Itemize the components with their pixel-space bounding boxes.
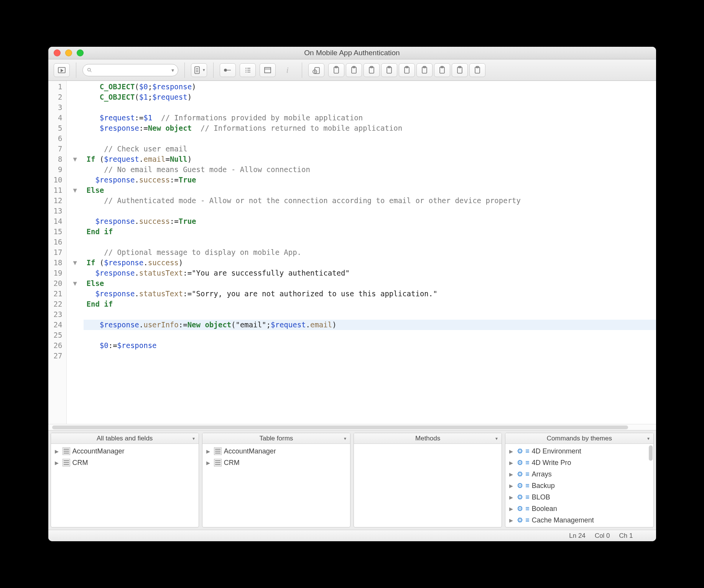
clipboard-slot[interactable] xyxy=(346,63,362,77)
tree-item-label: Cache Management xyxy=(532,516,594,524)
code-line[interactable]: $response.userInfo:=New object("email";$… xyxy=(84,320,656,330)
minimize-button[interactable] xyxy=(65,49,72,56)
tree-item[interactable]: ▶AccountManager xyxy=(205,445,348,457)
code-line[interactable]: $response.success:=True xyxy=(84,216,656,227)
chevron-down-icon[interactable]: ▾ xyxy=(171,67,174,73)
panel-body: ▶AccountManager▶CRM xyxy=(51,444,199,527)
clipboard-slot[interactable] xyxy=(469,63,485,77)
tree-item-label: 4D Write Pro xyxy=(532,459,571,467)
info-button[interactable]: i xyxy=(280,63,296,77)
code-line[interactable]: Else xyxy=(84,278,656,289)
tree-item-label: AccountManager xyxy=(72,447,125,455)
clipboard-slot[interactable] xyxy=(381,63,397,77)
tree-item[interactable]: ▶CRM xyxy=(53,457,196,468)
zoom-button[interactable] xyxy=(77,49,84,56)
disclosure-icon[interactable]: ▶ xyxy=(509,517,515,523)
scroll-thumb[interactable] xyxy=(52,425,628,429)
code-line[interactable]: // Authenticated mode - Allow or not the… xyxy=(84,195,656,206)
vertical-scrollbar[interactable] xyxy=(649,445,653,461)
search-input[interactable] xyxy=(95,67,168,73)
code-line[interactable]: C_OBJECT($1;$request) xyxy=(84,92,656,102)
chevron-down-icon[interactable]: ▾ xyxy=(647,436,650,441)
code-line[interactable] xyxy=(84,133,656,144)
panel-p4: Commands by themes▾▶⚙≡4D Environment▶⚙≡4… xyxy=(505,433,653,527)
macros-button[interactable]: ▾ xyxy=(191,63,207,77)
list-icon: ≡ xyxy=(525,447,530,455)
code-line[interactable]: End if xyxy=(84,299,656,309)
panel-p3: Methods▾ xyxy=(354,433,502,527)
code-line[interactable]: $0:=$response xyxy=(84,340,656,351)
code-line[interactable]: // No email means Guest mode - Allow con… xyxy=(84,164,656,175)
expand-button[interactable] xyxy=(220,63,236,77)
gear-icon: ⚙ xyxy=(517,447,523,455)
clipboard-slot[interactable] xyxy=(434,63,450,77)
code-line[interactable]: // Check user email xyxy=(84,144,656,154)
window-button[interactable] xyxy=(260,63,276,77)
table-icon xyxy=(214,447,222,455)
tree-item[interactable]: ▶⚙≡Backup xyxy=(508,480,651,491)
svg-rect-5 xyxy=(315,67,319,74)
clipboard-icon xyxy=(367,66,376,75)
search-field[interactable]: ▾ xyxy=(82,64,178,76)
code-line[interactable]: End if xyxy=(84,227,656,237)
panel-header[interactable]: Commands by themes▾ xyxy=(505,433,653,444)
code-line[interactable] xyxy=(84,351,656,361)
code-line[interactable]: If ($response.success) xyxy=(84,258,656,268)
chevron-down-icon[interactable]: ▾ xyxy=(495,436,498,441)
code-line[interactable]: If ($request.email=Null) xyxy=(84,154,656,164)
clipboard-slot[interactable] xyxy=(364,63,380,77)
disclosure-icon[interactable]: ▶ xyxy=(509,483,515,489)
tree-item[interactable]: ▶⚙≡Boolean xyxy=(508,503,651,514)
code-line[interactable] xyxy=(84,206,656,216)
chevron-down-icon[interactable]: ▾ xyxy=(192,436,195,441)
tree-item[interactable]: ▶⚙≡Arrays xyxy=(508,468,651,480)
table-icon xyxy=(63,447,70,455)
disclosure-icon[interactable]: ▶ xyxy=(509,460,515,466)
run-method-button[interactable] xyxy=(54,63,70,77)
panel-header[interactable]: Table forms▾ xyxy=(202,433,350,444)
tree-item[interactable]: ▶⚙≡4D Environment xyxy=(508,445,651,457)
clipboard-history-button[interactable] xyxy=(308,63,324,77)
disclosure-icon[interactable]: ▶ xyxy=(509,494,515,500)
code-line[interactable]: $response.statusText:="Sorry, you are no… xyxy=(84,289,656,299)
window-title: On Mobile App Authentication xyxy=(48,49,656,57)
clipboard-slot[interactable] xyxy=(452,63,468,77)
code-editor[interactable]: C_OBJECT($0;$response) C_OBJECT($1;$requ… xyxy=(84,81,656,424)
disclosure-icon[interactable]: ▶ xyxy=(55,460,60,466)
code-line[interactable]: $response.statusText:="You are successfu… xyxy=(84,268,656,278)
panel-body xyxy=(354,444,502,527)
tree-item[interactable]: ▶AccountManager xyxy=(53,445,196,457)
disclosure-icon[interactable]: ▶ xyxy=(509,448,515,454)
close-button[interactable] xyxy=(54,49,61,56)
disclosure-icon[interactable]: ▶ xyxy=(206,460,212,466)
disclosure-icon[interactable]: ▶ xyxy=(509,506,515,512)
code-line[interactable] xyxy=(84,237,656,247)
gear-icon: ⚙ xyxy=(517,458,523,467)
collapse-button[interactable] xyxy=(240,63,256,77)
code-line[interactable]: $response.success:=True xyxy=(84,175,656,185)
clipboard-slot[interactable] xyxy=(399,63,415,77)
clipboard-icon xyxy=(332,66,341,75)
code-line[interactable]: $response:=New object // Informations re… xyxy=(84,123,656,133)
clipboard-slot[interactable] xyxy=(416,63,433,77)
code-line[interactable]: $request:=$1 // Informations provided by… xyxy=(84,113,656,123)
code-line[interactable]: Else xyxy=(84,185,656,195)
code-line[interactable] xyxy=(84,102,656,113)
code-line[interactable] xyxy=(84,309,656,320)
clipboard-slots xyxy=(328,63,485,77)
tree-item[interactable]: ▶CRM xyxy=(205,457,348,468)
disclosure-icon[interactable]: ▶ xyxy=(509,471,515,477)
tree-item[interactable]: ▶⚙≡Cache Management xyxy=(508,514,651,526)
code-line[interactable]: C_OBJECT($0;$response) xyxy=(84,82,656,92)
code-line[interactable] xyxy=(84,330,656,340)
chevron-down-icon[interactable]: ▾ xyxy=(344,436,346,441)
disclosure-icon[interactable]: ▶ xyxy=(55,448,60,454)
disclosure-icon[interactable]: ▶ xyxy=(206,448,212,454)
code-line[interactable]: // Optional message to display on mobile… xyxy=(84,247,656,258)
panel-header[interactable]: Methods▾ xyxy=(354,433,502,444)
panel-header[interactable]: All tables and fields▾ xyxy=(51,433,199,444)
tree-item[interactable]: ▶⚙≡BLOB xyxy=(508,491,651,503)
tree-item[interactable]: ▶⚙≡4D Write Pro xyxy=(508,457,651,468)
horizontal-scrollbar[interactable] xyxy=(48,424,656,430)
clipboard-slot[interactable] xyxy=(328,63,344,77)
